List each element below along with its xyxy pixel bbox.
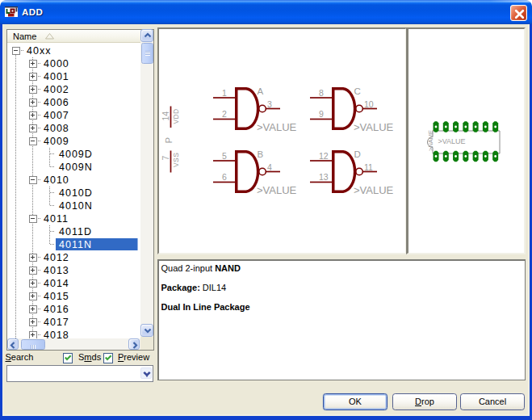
svg-text:>VALUE: >VALUE [257,121,297,133]
svg-text:2: 2 [222,109,227,119]
svg-text:4011D: 4011D [59,226,92,237]
svg-text:4016: 4016 [44,304,69,315]
svg-text:>VALUE: >VALUE [354,121,394,133]
svg-text:A: A [258,86,264,96]
svg-text:12: 12 [319,151,329,161]
svg-text:7: 7 [161,156,170,161]
svg-text:3: 3 [267,99,272,109]
svg-text:4: 4 [267,162,272,172]
svg-text:9: 9 [319,109,324,119]
svg-text:C: C [354,86,361,96]
svg-text:VDD: VDD [172,108,180,124]
svg-text:>NAME: >NAME [427,130,434,151]
svg-text:P: P [164,137,174,144]
svg-text:4008: 4008 [44,123,69,134]
svg-text:4009D: 4009D [59,149,93,160]
svg-text:4000: 4000 [44,58,69,69]
svg-text:4002: 4002 [44,84,69,95]
svg-text:4001: 4001 [44,71,69,82]
svg-text:14: 14 [161,111,170,121]
svg-text:4011N: 4011N [59,239,92,250]
svg-text:4013: 4013 [44,265,69,276]
svg-text:8: 8 [319,88,324,98]
svg-text:4017: 4017 [44,317,69,328]
svg-text:4009N: 4009N [59,162,93,173]
svg-text:D: D [354,149,361,159]
svg-text:4015: 4015 [44,291,69,302]
svg-text:B: B [258,149,264,159]
svg-text:4012: 4012 [44,252,69,263]
svg-text:6: 6 [222,172,227,182]
svg-text:4010D: 4010D [59,187,93,199]
svg-text:4010: 4010 [44,174,69,186]
svg-text:13: 13 [319,172,329,182]
svg-text:>VALUE: >VALUE [438,137,466,145]
svg-text:VSS: VSS [172,153,180,167]
svg-text:>VALUE: >VALUE [257,184,297,196]
svg-text:4009: 4009 [44,136,69,147]
svg-text:>VALUE: >VALUE [354,184,394,196]
svg-text:11: 11 [364,162,373,172]
svg-text:4007: 4007 [44,110,69,121]
svg-text:4006: 4006 [44,97,69,108]
svg-text:40xx: 40xx [27,45,51,57]
svg-text:4014: 4014 [44,278,69,289]
svg-text:10: 10 [364,99,374,109]
svg-text:4010N: 4010N [59,200,93,212]
svg-text:4011: 4011 [44,213,69,225]
svg-text:5: 5 [222,151,227,161]
svg-text:1: 1 [222,88,227,98]
